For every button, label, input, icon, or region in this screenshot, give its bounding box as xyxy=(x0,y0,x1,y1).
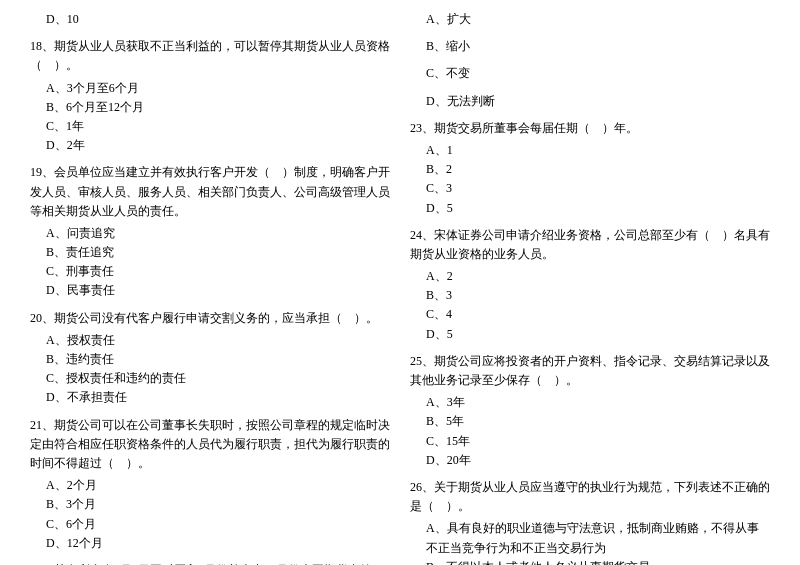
question-18: 18、期货从业人员获取不正当利益的，可以暂停其期货从业人员资格（ ）。 A、3个… xyxy=(30,37,390,155)
question-19: 19、会员单位应当建立并有效执行客户开发（ ）制度，明确客户开发人员、审核人员、… xyxy=(30,163,390,300)
q22-optA-block: A、扩大 xyxy=(410,10,770,29)
page-container: D、10 18、期货从业人员获取不正当利益的，可以暂停其期货从业人员资格（ ）。… xyxy=(30,10,770,565)
q25-optC: C、15年 xyxy=(426,432,770,451)
q19-optC: C、刑事责任 xyxy=(46,262,390,281)
q18-optC: C、1年 xyxy=(46,117,390,136)
q19-optD: D、民事责任 xyxy=(46,281,390,300)
q25-optD: D、20年 xyxy=(426,451,770,470)
question-26: 26、关于期货从业人员应当遵守的执业行为规范，下列表述不正确的是（ ）。 A、具… xyxy=(410,478,770,565)
q18-optA: A、3个月至6个月 xyxy=(46,79,390,98)
q19-optB: B、责任追究 xyxy=(46,243,390,262)
q21-text: 21、期货公司可以在公司董事长失职时，按照公司章程的规定临时决定由符合相应任职资… xyxy=(30,416,390,474)
q21-optD: D、12个月 xyxy=(46,534,390,553)
two-column-layout: D、10 18、期货从业人员获取不正当利益的，可以暂停其期货从业人员资格（ ）。… xyxy=(30,10,770,565)
q22-text: 22、某套利者在7月1日同时买入9月份并卖出11月份大豆期货合约，价格分别为59… xyxy=(30,561,390,565)
q25-text: 25、期货公司应将投资者的开户资料、指令记录、交易结算记录以及其他业务记录至少保… xyxy=(410,352,770,390)
question-23: 23、期货交易所董事会每届任期（ ）年。 A、1 B、2 C、3 D、5 xyxy=(410,119,770,218)
question-21: 21、期货公司可以在公司董事长失职时，按照公司章程的规定临时决定由符合相应任职资… xyxy=(30,416,390,553)
q22-optB: B、缩小 xyxy=(426,37,770,56)
q21-optC: C、6个月 xyxy=(46,515,390,534)
q20-text: 20、期货公司没有代客户履行申请交割义务的，应当承担（ ）。 xyxy=(30,309,390,328)
q26-optA: A、具有良好的职业道德与守法意识，抵制商业贿赂，不得从事不正当竞争行为和不正当交… xyxy=(426,519,770,557)
q22-optA: A、扩大 xyxy=(426,10,770,29)
left-column: D、10 18、期货从业人员获取不正当利益的，可以暂停其期货从业人员资格（ ）。… xyxy=(30,10,390,565)
q26-optB: B、不得以本人或者他人名义从事期货交易 xyxy=(426,558,770,565)
question-24: 24、宋体证券公司申请介绍业务资格，公司总部至少有（ ）名具有期货从业资格的业务… xyxy=(410,226,770,344)
question-25: 25、期货公司应将投资者的开户资料、指令记录、交易结算记录以及其他业务记录至少保… xyxy=(410,352,770,470)
q22-optD: D、无法判断 xyxy=(426,92,770,111)
q22-optC: C、不变 xyxy=(426,64,770,83)
question-22: 22、某套利者在7月1日同时买入9月份并卖出11月份大豆期货合约，价格分别为59… xyxy=(30,561,390,565)
q23-optC: C、3 xyxy=(426,179,770,198)
q23-text: 23、期货交易所董事会每届任期（ ）年。 xyxy=(410,119,770,138)
q23-optA: A、1 xyxy=(426,141,770,160)
q20-optC: C、授权责任和违约的责任 xyxy=(46,369,390,388)
right-column: A、扩大 B、缩小 C、不变 D、无法判断 23、期货交易所董事会每届任期（ ）… xyxy=(410,10,770,565)
q18-text: 18、期货从业人员获取不正当利益的，可以暂停其期货从业人员资格（ ）。 xyxy=(30,37,390,75)
q22-optC-block: C、不变 xyxy=(410,64,770,83)
q23-optB: B、2 xyxy=(426,160,770,179)
q22-optD-block: D、无法判断 xyxy=(410,92,770,111)
option-text: D、10 xyxy=(46,10,390,29)
q24-optB: B、3 xyxy=(426,286,770,305)
q21-optB: B、3个月 xyxy=(46,495,390,514)
q25-optA: A、3年 xyxy=(426,393,770,412)
q21-optA: A、2个月 xyxy=(46,476,390,495)
q26-text: 26、关于期货从业人员应当遵守的执业行为规范，下列表述不正确的是（ ）。 xyxy=(410,478,770,516)
question-20: 20、期货公司没有代客户履行申请交割义务的，应当承担（ ）。 A、授权责任 B、… xyxy=(30,309,390,408)
q22-optB-block: B、缩小 xyxy=(410,37,770,56)
q24-text: 24、宋体证券公司申请介绍业务资格，公司总部至少有（ ）名具有期货从业资格的业务… xyxy=(410,226,770,264)
q18-optB: B、6个月至12个月 xyxy=(46,98,390,117)
q24-optD: D、5 xyxy=(426,325,770,344)
q20-optA: A、授权责任 xyxy=(46,331,390,350)
option-d10: D、10 xyxy=(30,10,390,29)
q19-optA: A、问责追究 xyxy=(46,224,390,243)
q20-optB: B、违约责任 xyxy=(46,350,390,369)
q20-optD: D、不承担责任 xyxy=(46,388,390,407)
q23-optD: D、5 xyxy=(426,199,770,218)
q18-optD: D、2年 xyxy=(46,136,390,155)
q19-text: 19、会员单位应当建立并有效执行客户开发（ ）制度，明确客户开发人员、审核人员、… xyxy=(30,163,390,221)
q24-optA: A、2 xyxy=(426,267,770,286)
q25-optB: B、5年 xyxy=(426,412,770,431)
q24-optC: C、4 xyxy=(426,305,770,324)
